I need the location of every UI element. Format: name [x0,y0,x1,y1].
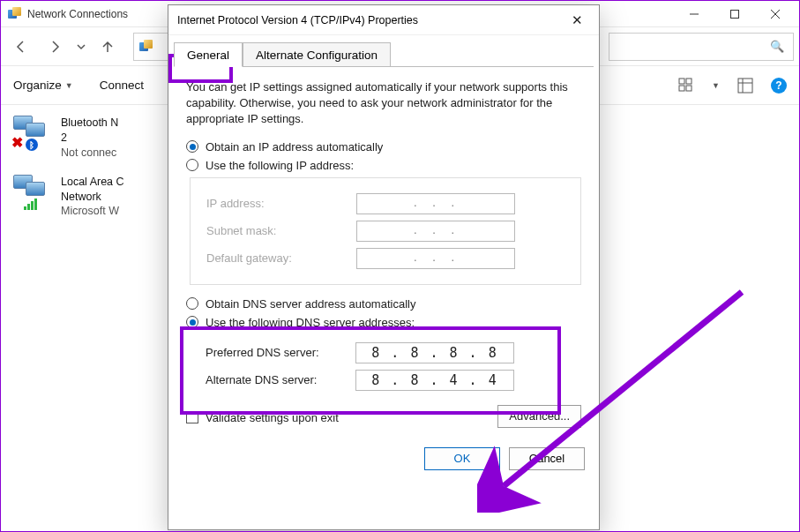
maximize-button[interactable] [714,1,755,27]
svg-rect-5 [686,79,692,84]
item-line2: 2 [61,131,118,146]
dialog-titlebar: Internet Protocol Version 4 (TCP/IPv4) P… [168,5,599,35]
bluetooth-icon: ᛒ [26,139,38,151]
up-button[interactable] [93,32,123,62]
svg-rect-6 [679,86,684,91]
preferred-dns-label: Preferred DNS server: [206,346,355,359]
close-button[interactable] [755,1,796,27]
radio-icon [186,159,198,171]
ethernet-adapter-icon [13,175,52,208]
item-status: Microsoft W [61,204,124,219]
dialog-close-button[interactable]: ✕ [564,12,590,28]
ip-address-label: IP address: [206,197,356,210]
signal-icon [24,199,37,210]
svg-rect-4 [679,79,684,84]
connect-button[interactable]: Connect [100,79,144,92]
bluetooth-adapter-icon: ✖ ᛒ [13,116,52,149]
list-item[interactable]: Local Area C Network Microsoft W [13,175,172,220]
svg-rect-1 [731,10,739,18]
network-connections-icon [8,7,22,21]
dialog-description: You can get IP settings assigned automat… [186,79,581,128]
item-name: Local Area C [61,175,124,190]
ok-button[interactable]: OK [424,447,500,470]
search-box[interactable]: 🔍 [609,33,794,61]
addr-icon [139,40,153,54]
forward-button[interactable] [40,32,70,62]
dns-field-group: Preferred DNS server:8 . 8 . 8 . 8 Alter… [190,334,581,399]
tab-strip: General Alternate Configuration [168,39,599,67]
subnet-mask-input [356,221,515,242]
alternate-dns-label: Alternate DNS server: [206,373,355,386]
help-icon[interactable]: ? [771,78,787,94]
radio-icon [186,140,198,153]
ipv4-properties-dialog: Internet Protocol Version 4 (TCP/IPv4) P… [168,4,600,530]
preferred-dns-input[interactable]: 8 . 8 . 8 . 8 [355,342,514,363]
error-x-icon: ✖ [11,134,23,151]
radio-icon [186,316,198,328]
default-gateway-input [356,248,515,269]
radio-dns-auto[interactable]: Obtain DNS server address automatically [186,297,581,311]
radio-ip-auto[interactable]: Obtain an IP address automatically [186,140,581,154]
item-status: Not connec [61,146,118,161]
window-title: Network Connections [27,8,128,20]
recent-button[interactable] [73,32,89,62]
svg-rect-8 [738,79,752,93]
view-large-icon[interactable] [678,78,694,94]
radio-ip-manual[interactable]: Use the following IP address: [186,159,581,172]
item-name: Bluetooth N [61,116,118,131]
tab-alternate-config[interactable]: Alternate Configuration [243,42,391,67]
back-button[interactable] [6,32,36,62]
organize-button[interactable]: Organize▼ [13,79,73,92]
checkbox-icon [186,411,198,423]
dialog-title: Internet Protocol Version 4 (TCP/IPv4) P… [177,14,418,26]
view-details-icon[interactable] [737,78,753,94]
advanced-button[interactable]: Advanced... [497,405,581,428]
subnet-mask-label: Subnet mask: [206,224,356,237]
alternate-dns-input[interactable]: 8 . 8 . 4 . 4 [355,370,514,391]
default-gateway-label: Default gateway: [206,251,356,265]
ip-address-input [356,193,515,214]
search-icon: 🔍 [770,40,784,53]
cancel-button[interactable]: Cancel [509,447,585,470]
list-item[interactable]: ✖ ᛒ Bluetooth N 2 Not connec [13,116,172,161]
radio-dns-manual[interactable]: Use the following DNS server addresses: [186,316,581,329]
svg-rect-7 [686,86,692,91]
tab-general[interactable]: General [174,42,243,67]
minimize-button[interactable] [674,1,714,27]
radio-icon [186,297,198,310]
item-line2: Network [61,190,124,205]
dialog-button-row: OK Cancel [168,438,599,479]
ip-field-group: IP address: Subnet mask: Default gateway… [190,177,581,285]
